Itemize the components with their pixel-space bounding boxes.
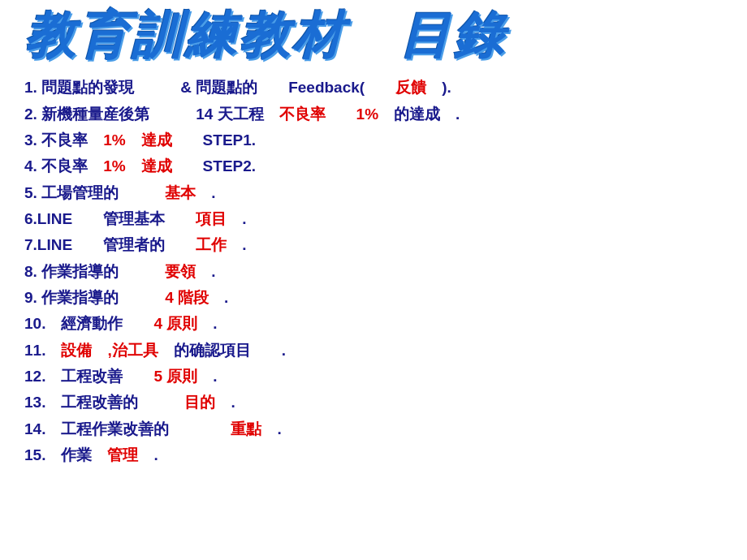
item-text: STEP1. — [172, 131, 256, 149]
toc-item: 13. 工程改善的 目的 . — [24, 390, 723, 415]
toc-item: 12. 工程改善 5 原則 . — [24, 364, 723, 389]
item-text: . — [227, 210, 246, 227]
item-text: 5 原則 — [153, 368, 197, 385]
item-text: 問題點的發現 & 問題點的 Feedback( — [37, 79, 395, 96]
item-text: 重點 — [231, 420, 261, 437]
item-text: 4 階段 — [165, 289, 209, 306]
toc-item: 4. 不良率 1% 達成 STEP2. — [24, 153, 723, 179]
item-number: 5. — [24, 184, 37, 201]
toc-item: 7.LINE 管理者的 工作 . — [24, 232, 723, 257]
item-text: 4 原則 — [153, 315, 197, 332]
page: 教育訓練教材 目錄 1. 問題點的發現 & 問題點的 Feedback( 反饋 … — [0, 0, 747, 560]
item-text: . — [197, 315, 217, 332]
item-text: 不良率 — [37, 131, 103, 149]
item-text: 作業指導的 — [37, 263, 165, 280]
item-text: 反饋 — [395, 79, 426, 96]
item-text: ). — [426, 79, 451, 96]
toc-item: 2. 新機種量産後第 14 天工程 不良率 1% 的達成 . — [24, 101, 723, 127]
toc-item: 11. 設備 ,治工具 的确認項目 . — [24, 338, 723, 363]
item-number: 1. — [24, 79, 37, 96]
item-number: 14. — [24, 420, 45, 437]
toc-item: 8. 作業指導的 要領 . — [24, 259, 723, 284]
item-text: 工程改善 — [45, 368, 153, 385]
toc-item: 5. 工場管理的 基本 . — [24, 180, 723, 205]
item-text: 基本 — [165, 184, 196, 201]
item-number: 8. — [24, 263, 37, 280]
item-number: 6. — [24, 210, 37, 227]
item-text: . — [215, 394, 235, 411]
item-text: LINE 管理者的 — [37, 236, 196, 253]
toc-item: 9. 作業指導的 4 階段 . — [24, 285, 723, 310]
item-text: 經濟動作 — [45, 315, 153, 332]
item-text: LINE 管理基本 — [37, 210, 196, 227]
item-text: . — [196, 263, 215, 280]
item-number: 3. — [24, 131, 37, 149]
item-number: 12. — [24, 368, 45, 385]
item-text: 新機種量産後第 14 天工程 — [37, 106, 279, 123]
toc-item: 10. 經濟動作 4 原則 . — [24, 311, 723, 336]
item-text: 1% 達成 — [103, 157, 171, 174]
toc-list: 1. 問題點的發現 & 問題點的 Feedback( 反饋 ).2. 新機種量産… — [24, 75, 723, 467]
item-text: 的達成 . — [378, 106, 460, 123]
item-number: 2. — [24, 106, 37, 123]
item-number: 13. — [24, 394, 45, 411]
item-text: 作業指導的 — [37, 289, 165, 306]
item-number: 9. — [24, 289, 37, 306]
item-text: 不良率 1% — [279, 106, 378, 123]
item-number: 11. — [24, 342, 45, 359]
item-text: 的确認項目 . — [158, 342, 286, 359]
item-text: . — [209, 289, 228, 306]
item-text: 目的 — [184, 394, 215, 411]
item-text: . — [138, 446, 158, 463]
item-text: 工程改善的 — [45, 394, 184, 411]
item-text: 工作 — [196, 236, 227, 253]
item-text: 不良率 — [37, 157, 103, 174]
item-text: . — [196, 184, 215, 201]
item-number: 4. — [24, 157, 37, 174]
toc-item: 6.LINE 管理基本 項目 . — [24, 206, 723, 231]
item-text: . — [227, 236, 246, 253]
toc-item: 15. 作業 管理 . — [24, 442, 723, 467]
item-text: 工程作業改善的 — [45, 420, 231, 437]
item-text: 設備 ,治工具 — [61, 342, 158, 359]
item-text: 要領 — [165, 263, 196, 280]
item-text: . — [197, 368, 217, 385]
item-text: 1% 達成 — [103, 131, 171, 149]
item-number: 10. — [24, 315, 45, 332]
item-text: 工場管理的 — [37, 184, 165, 201]
toc-item: 14. 工程作業改善的 重點 . — [24, 416, 723, 442]
toc-item: 1. 問題點的發現 & 問題點的 Feedback( 反饋 ). — [24, 75, 723, 100]
item-text: . — [261, 420, 281, 437]
item-text: 項目 — [196, 210, 227, 227]
item-number: 15. — [24, 446, 45, 463]
item-number: 7. — [24, 236, 37, 253]
item-text: 作業 — [45, 446, 107, 463]
item-text: 管理 — [107, 446, 138, 463]
item-text — [45, 342, 61, 359]
toc-item: 3. 不良率 1% 達成 STEP1. — [24, 127, 723, 153]
item-text: STEP2. — [172, 157, 256, 174]
page-title: 教育訓練教材 目錄 — [24, 8, 723, 63]
